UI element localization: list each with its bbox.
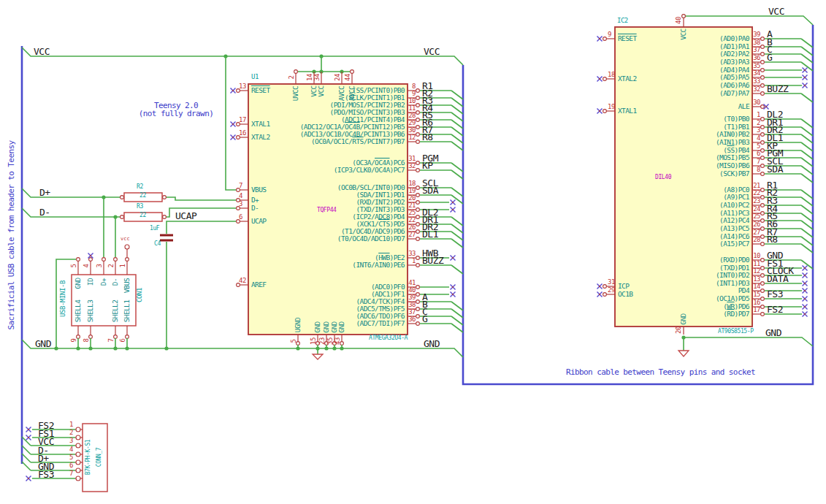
left-cable-note: Sacrificial USB cable from header to Tee…	[7, 141, 15, 330]
pin-number: 16	[239, 130, 246, 137]
pin-name: GND	[323, 321, 330, 332]
pin-end	[77, 258, 80, 261]
pin-end	[761, 196, 765, 199]
net-label: FS3	[38, 470, 54, 479]
pin-number: 15	[310, 337, 317, 345]
pin-number: 29	[608, 287, 615, 294]
pin-number: 31	[608, 279, 615, 286]
pin-name: (T0)PB0	[723, 115, 749, 123]
pin-number: 10	[408, 98, 416, 104]
pin-end	[416, 223, 420, 226]
ribbon-cable-note: Ribbon cable between Teensy pins and soc…	[566, 368, 755, 376]
pin-number: 18	[408, 180, 416, 187]
pin-end	[416, 300, 420, 304]
bus-entry	[801, 134, 813, 143]
pin-end	[761, 149, 765, 153]
pin-number: 37	[753, 47, 760, 53]
pin-name: (A10)PC2	[719, 202, 749, 209]
pin-number: 5	[71, 264, 77, 268]
net-label: KP	[422, 161, 433, 170]
bus-entry	[451, 188, 463, 196]
u1-power-wire	[296, 56, 352, 72]
ic2-ground-symbol	[678, 351, 689, 356]
bus-entry	[22, 446, 31, 454]
pin-name: D-	[251, 205, 259, 212]
pin-number: 36	[753, 55, 760, 61]
pin-number: 1	[412, 258, 416, 264]
junction-dot	[340, 346, 343, 350]
pin-name: XTAL2	[618, 75, 637, 83]
conn7-reference: CONN_7	[96, 448, 102, 467]
pin-end	[761, 313, 765, 316]
bus-entry	[801, 221, 813, 229]
pin-end	[416, 264, 420, 267]
pin-end	[761, 305, 765, 309]
pin-name: (A12)PC4	[719, 217, 749, 224]
pin-number: 6	[239, 214, 242, 221]
no-connect-icon	[232, 137, 234, 138]
ic2-footprint: DIL40	[655, 175, 671, 180]
pin-end	[351, 70, 354, 74]
bus-entry	[801, 93, 813, 102]
pin-number: 10	[753, 253, 760, 259]
bus-entry	[451, 239, 463, 248]
pin-end	[76, 476, 80, 481]
pin-number: 12	[753, 268, 760, 275]
net-label: R8	[767, 234, 778, 244]
pin-end	[761, 45, 765, 49]
no-connect-icon	[804, 69, 806, 71]
pin-end	[76, 427, 80, 432]
no-connect-icon	[28, 478, 29, 479]
pin-end	[416, 230, 420, 234]
pin-name: GND	[74, 278, 82, 289]
pin-end	[761, 105, 765, 109]
pin-end	[603, 37, 607, 41]
teensy-note-line2: (not fully drawn)	[136, 110, 216, 118]
junction-dot	[113, 346, 117, 350]
pin-number: 38	[408, 302, 416, 308]
pin-number: 44	[345, 74, 351, 81]
pin-number: 42	[239, 278, 246, 284]
pin-name: XTAL1	[251, 121, 270, 128]
pin-end	[761, 243, 765, 246]
vcc-power-label: vcc	[121, 237, 130, 242]
pin-name: (ADC7/TDI)PF7	[356, 320, 405, 327]
dplus-wire	[22, 188, 237, 200]
pin-number: 36	[408, 316, 416, 323]
pin-end	[416, 237, 420, 241]
junction-dot	[296, 346, 299, 350]
pin-number: 9	[608, 31, 611, 38]
pin-end	[416, 89, 420, 93]
pin-name: (AD7)PA7	[719, 90, 749, 97]
pin-number: 19	[408, 188, 416, 194]
pin-name: PD4	[738, 287, 749, 294]
pin-number: 9	[71, 339, 77, 343]
pin-number: 5	[69, 454, 73, 461]
r2-value: 22	[139, 193, 146, 199]
pin-number: 32	[408, 163, 416, 169]
u1-footprint: TQFP44	[317, 207, 337, 213]
pin-name: XTAL2	[251, 134, 270, 141]
pin-number: 7	[108, 339, 115, 343]
bus-entry	[451, 127, 463, 136]
pin-end	[416, 169, 420, 172]
pin-end	[416, 96, 420, 100]
bus-entry	[801, 260, 813, 269]
bus-entry	[801, 244, 813, 253]
pin-end	[603, 110, 607, 113]
pin-number: 11	[753, 261, 760, 267]
pin-number: 14	[307, 74, 313, 81]
pin-name: AVCC	[338, 86, 345, 101]
pin-name: (RXD)PD0	[719, 256, 749, 264]
r3-value: 22	[139, 213, 146, 218]
bus-entry	[801, 119, 813, 128]
pin-end	[416, 161, 420, 165]
pin-number: 30	[408, 127, 416, 134]
pin-number: 28	[408, 112, 416, 119]
pin-number: 14	[753, 283, 760, 290]
pin-name: SHELL2	[112, 299, 119, 322]
pin-end	[761, 118, 765, 121]
pin-number: 43	[334, 337, 341, 345]
pin-number: 33	[753, 78, 760, 85]
pin-end	[761, 141, 765, 145]
